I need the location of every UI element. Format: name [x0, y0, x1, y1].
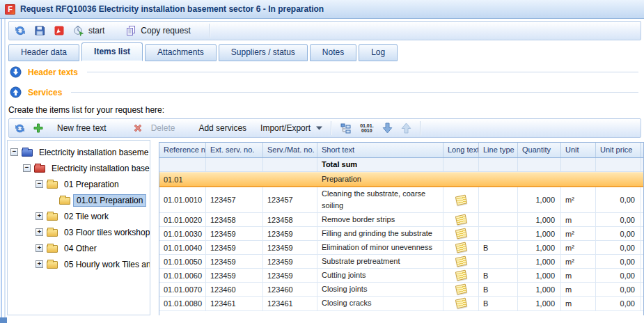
pdf-icon: [54, 25, 65, 36]
table-row-01-01-0050[interactable]: 01.01.0050123459123459Substrate pretreat…: [159, 255, 643, 269]
section-services[interactable]: Services: [7, 81, 644, 102]
table-row-01-01[interactable]: 01.01Preparation: [159, 172, 643, 187]
import-export-button[interactable]: Import/Export: [260, 123, 322, 133]
table-row-01-01-0070[interactable]: 01.01.0070123460123460Closing jointsB1,0…: [159, 283, 643, 297]
add-services-button[interactable]: Add services: [198, 123, 246, 133]
tree-item-label[interactable]: 02 Tile work: [61, 211, 111, 222]
new-free-text-label: New free text: [57, 123, 107, 133]
start-icon: [73, 25, 84, 36]
column-header-ext-serv-no[interactable]: Ext. serv. no.: [206, 143, 263, 157]
window-title: Request RFQ10036 Electricity installatio…: [20, 4, 324, 14]
plus-icon: [33, 123, 43, 133]
long-text-note-icon[interactable]: [455, 228, 466, 239]
section-header-texts[interactable]: Header texts: [7, 61, 644, 81]
collapse-circle-arrow-down-icon[interactable]: [10, 66, 22, 78]
save-icon: [34, 25, 45, 36]
copy-request-button[interactable]: Copy request: [125, 25, 190, 36]
column-header-short-text[interactable]: Short text: [317, 143, 443, 157]
column-header-quantity[interactable]: Quantity: [518, 143, 561, 157]
column-header-long-text[interactable]: Long text: [443, 143, 479, 157]
tab-header-data[interactable]: Header data: [8, 44, 79, 61]
tree-node: −Electricity installation baseme: [8, 144, 150, 160]
tab-notes[interactable]: Notes: [310, 44, 356, 61]
long-text-note-icon[interactable]: [455, 214, 466, 226]
tab-attachments[interactable]: Attachments: [145, 44, 217, 61]
refresh-icon: [15, 123, 25, 134]
column-header-line-type[interactable]: Line type: [479, 143, 518, 157]
panel-splitter[interactable]: [150, 140, 159, 315]
tab-log[interactable]: Log: [359, 44, 398, 61]
save-button[interactable]: [34, 25, 45, 36]
column-header-unit-price[interactable]: Unit price: [596, 143, 641, 157]
tab-suppliers-status[interactable]: Suppliers / status: [219, 44, 308, 61]
window-corner: [0, 317, 7, 323]
column-header-serv-mat-no[interactable]: Serv./Mat. no.: [263, 143, 317, 157]
tree-node: +03 Floor tiles workshop: [8, 224, 150, 240]
column-header-t[interactable]: T: [641, 143, 644, 157]
long-text-note-icon[interactable]: [455, 242, 466, 253]
tree-expander-icon[interactable]: +: [36, 228, 43, 236]
tree-item-label[interactable]: 01 Preparation: [61, 179, 122, 190]
outline-view-button[interactable]: [340, 123, 352, 134]
long-text-note-icon[interactable]: [455, 298, 466, 309]
section-divider: [87, 72, 638, 72]
long-text-note-icon[interactable]: [455, 256, 466, 267]
long-text-note-icon[interactable]: [455, 194, 466, 205]
column-header-reference-no[interactable]: Reference no: [159, 143, 206, 157]
copy-request-label: Copy request: [141, 26, 190, 36]
window-left-border: [0, 19, 7, 323]
tree-expander-icon[interactable]: −: [23, 164, 31, 172]
tab-bar: Header dataItems listAttachmentsSupplier…: [7, 42, 644, 61]
position-number-icon: 01.01. 0010: [360, 123, 373, 133]
delete-button[interactable]: Delete: [133, 123, 175, 133]
table-row-total-sum: Total sum: [159, 158, 643, 172]
folder-yellow-icon: [47, 181, 58, 189]
tab-items-list[interactable]: Items list: [81, 42, 143, 61]
tree-item-label[interactable]: 01.01 Preparation: [74, 195, 146, 206]
tree-item-label[interactable]: Electricity installation base: [49, 163, 150, 174]
toolbar-separator: [331, 121, 332, 135]
goto-position-button[interactable]: 01.01. 0010: [360, 123, 373, 133]
grid-body: Total sum01.01Preparation01.01.001012345…: [159, 158, 643, 311]
import-export-label: Import/Export: [260, 123, 311, 133]
delete-label: Delete: [151, 123, 175, 133]
table-row-01-01-0020[interactable]: 01.01.0020123458123458Remove border stri…: [159, 213, 643, 227]
dropdown-caret-icon: [316, 126, 322, 130]
folder-blue-icon: [22, 149, 33, 157]
hierarchy-icon: [340, 123, 352, 134]
tree-node: +04 Other: [8, 240, 150, 256]
tree-node: 01.01 Preparation: [8, 192, 150, 208]
table-row-01-01-0060[interactable]: 01.01.0060123459123459Cutting jointsB1,0…: [159, 269, 643, 283]
expand-circle-arrow-up-icon[interactable]: [10, 86, 22, 98]
column-header-unit[interactable]: Unit: [561, 143, 596, 157]
new-free-text-button[interactable]: New free text: [33, 123, 107, 133]
tree-item-label[interactable]: 05 Hourly work Tiles an: [61, 259, 150, 270]
table-row-01-01-0040[interactable]: 01.01.0040123459123459Elimination of min…: [159, 241, 643, 255]
tree-expander-icon[interactable]: +: [36, 244, 43, 252]
pdf-export-button[interactable]: [54, 25, 65, 36]
tree-node: −01 Preparation: [8, 176, 150, 192]
tree-expander-icon[interactable]: +: [36, 212, 43, 220]
move-down-button[interactable]: [382, 123, 393, 134]
table-row-01-01-0080[interactable]: 01.01.0080123461123461Closing cracksB1,0…: [159, 297, 643, 310]
long-text-note-icon[interactable]: [455, 284, 466, 295]
start-button[interactable]: start: [73, 25, 104, 36]
move-up-button[interactable]: [401, 123, 411, 134]
tree-node: +05 Hourly work Tiles an: [8, 256, 150, 272]
items-table: Reference noExt. serv. no.Serv./Mat. no.…: [159, 142, 644, 315]
items-toolbar: New free text Delete Add services Import…: [8, 118, 641, 138]
table-row-01-01-0030[interactable]: 01.01.0030123459123459Filling and grindi…: [159, 227, 643, 241]
tree-item-label[interactable]: 03 Floor tiles workshop: [61, 227, 150, 238]
tree-item-label[interactable]: 04 Other: [61, 243, 100, 254]
tree-item-label[interactable]: Electricity installation baseme: [36, 147, 150, 158]
tree-expander-icon[interactable]: +: [36, 260, 43, 268]
long-text-note-icon[interactable]: [455, 270, 466, 281]
items-refresh-button[interactable]: [15, 123, 25, 134]
table-row-01-01-0010[interactable]: 01.01.0010123457123457Cleaning the subst…: [159, 187, 643, 213]
refresh-button[interactable]: [15, 25, 26, 36]
arrow-up-icon: [401, 123, 411, 134]
tree-expander-icon[interactable]: −: [36, 180, 43, 188]
refresh-icon: [15, 25, 26, 36]
add-services-label: Add services: [198, 123, 246, 133]
tree-expander-icon[interactable]: −: [10, 148, 18, 156]
